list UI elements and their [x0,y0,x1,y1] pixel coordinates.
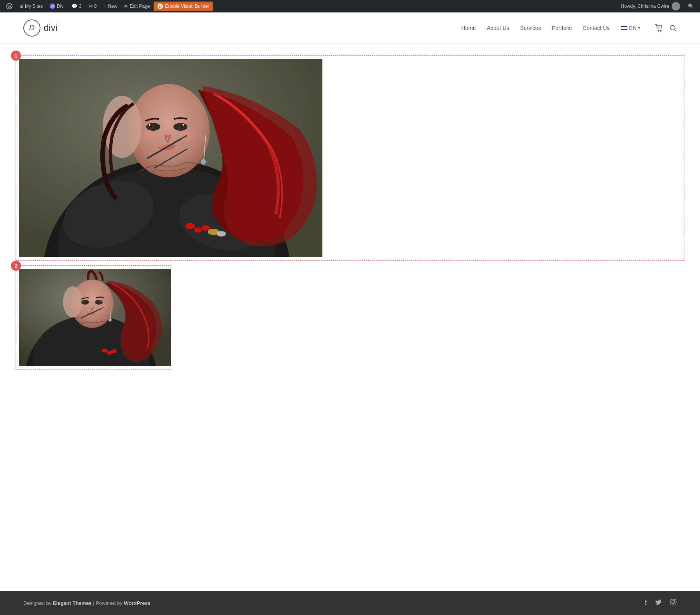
site-footer: Designed by Elegant Themes | Powered by … [0,591,700,615]
admin-bar: W ⊞ My Sites D Divi 💬 3 ✉ 0 + New ✏ Edit… [0,0,700,12]
my-sites-label: My Sites [25,4,43,9]
section-1-dashed-border [16,55,684,261]
chevron-down-icon: ▾ [638,26,640,30]
message-count: 0 [94,4,97,9]
svg-point-22 [182,124,184,126]
section-2-wrapper: 2 [16,265,684,370]
howdy-text: Howdy, Christina Gwira [618,2,683,11]
new-item[interactable]: + New [100,0,120,12]
svg-point-60 [672,601,675,604]
svg-point-3 [660,30,662,31]
site-logo[interactable]: D divi [23,19,58,37]
new-icon: + [103,4,106,9]
new-label: New [108,4,117,9]
svg-point-33 [217,231,226,237]
svg-point-54 [111,349,117,353]
language-selector[interactable]: EN ▾ [621,25,640,31]
divi-label: Divi [57,4,65,9]
svg-point-44 [83,300,85,303]
svg-point-48 [99,300,101,303]
nav-services[interactable]: Services [520,25,541,31]
footer-social: f [645,599,677,607]
edit-icon: ✏ [124,4,128,9]
nav-portfolio[interactable]: Portfolio [552,25,572,31]
main-content: 1 [0,44,700,398]
message-icon: ✉ [89,4,93,9]
flag-icon [621,26,628,30]
svg-point-17 [149,124,152,128]
comments-item[interactable]: 💬 3 [68,0,85,12]
site-navigation: Home About Us Services Portfolio Contact… [461,24,677,32]
svg-point-45 [83,301,84,301]
section-2-dashed-border [16,265,171,370]
svg-point-31 [201,225,210,231]
portrait-image-2 [19,269,171,366]
admin-search-button[interactable]: 🔍 [685,0,697,12]
svg-point-53 [107,351,112,355]
search-button[interactable] [670,25,677,32]
divi-vb-icon: D [158,4,163,9]
footer-text: Designed by Elegant Themes | Powered by … [23,600,150,606]
svg-point-35 [179,131,195,140]
divi-icon: D [50,4,55,9]
svg-point-28 [201,159,206,165]
svg-point-21 [180,124,184,128]
enable-vb-label: Enable Visual Builder [165,4,209,9]
svg-point-49 [100,301,101,301]
site-header: D divi Home About Us Services Portfolio … [0,12,700,44]
twitter-icon[interactable] [655,599,662,607]
cart-button[interactable] [655,24,663,32]
svg-rect-59 [670,599,676,605]
svg-point-56 [98,304,107,309]
edit-page-item[interactable]: ✏ Edit Page [121,0,153,12]
designed-by-text: Designed by [23,600,51,606]
nav-contact[interactable]: Contact Us [583,25,609,31]
svg-line-5 [675,30,676,31]
logo-name: divi [44,23,58,33]
comment-icon: 💬 [72,4,77,9]
svg-point-18 [149,124,150,126]
powered-by-text: | Powered by [93,600,122,606]
facebook-icon[interactable]: f [645,599,647,607]
comment-count: 3 [79,4,82,9]
edit-page-label: Edit Page [130,4,150,9]
svg-point-34 [142,131,157,140]
nav-home[interactable]: Home [461,25,476,31]
my-sites-item[interactable]: ⊞ My Sites [16,0,46,12]
logo-circle: D [23,19,40,37]
image-block-1 [19,59,322,257]
search-icon: 🔍 [688,4,694,9]
svg-point-2 [658,30,659,31]
svg-point-52 [102,349,108,352]
divi-item[interactable]: D Divi [47,0,68,12]
portrait-image-1 [19,59,322,257]
instagram-icon[interactable] [670,599,677,607]
svg-point-55 [77,304,86,309]
svg-text:W: W [8,5,11,9]
wordpress-link[interactable]: WordPress [124,600,150,606]
admin-bar-right: Howdy, Christina Gwira 🔍 [618,0,697,12]
nav-about[interactable]: About Us [487,25,509,31]
svg-point-61 [674,600,675,601]
wp-logo-item[interactable]: W [3,0,16,12]
section-number-1: 1 [11,51,21,61]
image-block-2 [19,269,171,366]
header-icons [655,24,677,32]
svg-point-58 [108,318,112,322]
section-1-wrapper: 1 [16,55,684,261]
svg-point-41 [63,286,82,317]
svg-point-29 [186,223,195,229]
messages-item[interactable]: ✉ 0 [86,0,100,12]
svg-point-30 [194,227,202,233]
section-number-2: 2 [11,261,21,271]
elegant-themes-link[interactable]: Elegant Themes [53,600,93,606]
enable-visual-builder-button[interactable]: D Enable Visual Builder [154,2,213,11]
svg-point-4 [670,25,675,30]
my-sites-icon: ⊞ [19,4,23,9]
user-avatar [672,2,680,11]
